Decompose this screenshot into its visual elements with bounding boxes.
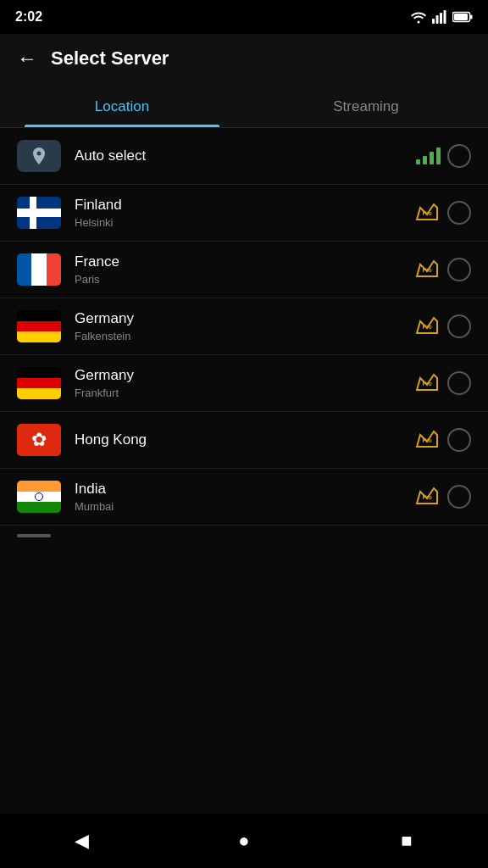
server-info-auto: Auto select	[75, 147, 416, 164]
server-actions-hongkong: Pro	[413, 428, 471, 452]
server-item-auto[interactable]: Auto select	[0, 128, 488, 185]
server-actions-germany-falkenstein: Pro	[413, 314, 471, 338]
server-city-finland: Helsinki	[75, 216, 413, 229]
status-time: 2:02	[15, 9, 42, 25]
pro-badge-france: Pro	[413, 258, 441, 281]
server-info-germany-frankfurt: Germany Frankfurt	[75, 367, 413, 399]
nav-home-button[interactable]: ●	[219, 824, 269, 858]
pro-badge-india: Pro	[413, 485, 441, 509]
server-info-hongkong: Hong Kong	[75, 431, 413, 448]
svg-rect-3	[444, 10, 446, 24]
status-icons	[410, 10, 473, 24]
server-name-germany-falkenstein: Germany	[75, 310, 413, 327]
server-info-germany-falkenstein: Germany Falkenstein	[75, 310, 413, 342]
server-item-germany-falkenstein[interactable]: Germany Falkenstein Pro	[0, 298, 488, 355]
wifi-icon	[410, 10, 427, 24]
flag-india	[17, 481, 61, 513]
server-list: Auto select Finland Helsinki Pro	[0, 128, 488, 526]
server-item-finland[interactable]: Finland Helsinki Pro	[0, 185, 488, 242]
server-item-india[interactable]: India Mumbai Pro	[0, 469, 488, 526]
nav-recent-button[interactable]: ■	[381, 824, 432, 858]
server-item-germany-frankfurt[interactable]: Germany Frankfurt Pro	[0, 355, 488, 412]
flag-finland	[17, 197, 61, 229]
flag-france	[17, 253, 61, 286]
pro-badge-germany-falkenstein: Pro	[413, 314, 441, 338]
header: ← Select Server	[0, 34, 488, 83]
server-name-germany-frankfurt: Germany	[75, 367, 413, 384]
server-city-france: Paris	[75, 273, 413, 286]
server-info-india: India Mumbai	[75, 481, 413, 513]
auto-select-icon	[17, 140, 61, 172]
tab-bar: Location Streaming	[0, 83, 488, 128]
battery-icon	[452, 11, 473, 23]
nav-bar: ◀ ● ■	[0, 814, 488, 868]
server-city-germany-frankfurt: Frankfurt	[75, 387, 413, 399]
server-actions-germany-frankfurt: Pro	[413, 371, 471, 395]
radio-auto[interactable]	[447, 144, 471, 168]
svg-rect-6	[470, 15, 473, 19]
back-button[interactable]: ←	[17, 48, 37, 69]
page-title: Select Server	[51, 47, 169, 70]
flag-germany-falkenstein	[17, 310, 61, 342]
svg-rect-0	[432, 19, 435, 24]
server-actions-auto	[416, 144, 471, 168]
radio-germany-frankfurt[interactable]	[447, 371, 471, 395]
server-name-india: India	[75, 481, 413, 498]
nav-back-button[interactable]: ◀	[56, 824, 107, 858]
flag-hongkong: ✿	[17, 424, 61, 456]
pro-badge-finland: Pro	[413, 201, 441, 225]
server-name-france: France	[75, 253, 413, 270]
flag-germany-frankfurt	[17, 367, 61, 399]
tab-streaming[interactable]: Streaming	[244, 83, 488, 127]
radio-france[interactable]	[447, 258, 471, 281]
server-city-germany-falkenstein: Falkenstein	[75, 330, 413, 342]
status-bar: 2:02	[0, 0, 488, 34]
radio-hongkong[interactable]	[447, 428, 471, 452]
server-actions-france: Pro	[413, 258, 471, 281]
server-name-hongkong: Hong Kong	[75, 431, 413, 448]
server-info-finland: Finland Helsinki	[75, 197, 413, 229]
scroll-indicator	[0, 526, 488, 541]
scroll-bar	[17, 534, 51, 537]
svg-rect-5	[454, 14, 468, 20]
tab-location[interactable]: Location	[0, 83, 244, 127]
ashoka-chakra	[35, 492, 43, 501]
server-city-india: Mumbai	[75, 500, 413, 513]
server-actions-finland: Pro	[413, 201, 471, 225]
radio-finland[interactable]	[447, 201, 471, 225]
svg-rect-2	[440, 13, 442, 24]
signal-icon	[432, 10, 447, 24]
radio-germany-falkenstein[interactable]	[447, 314, 471, 338]
pro-badge-hongkong: Pro	[413, 428, 441, 452]
server-name-finland: Finland	[75, 197, 413, 214]
radio-india[interactable]	[447, 485, 471, 509]
server-info-france: France Paris	[75, 253, 413, 286]
server-actions-india: Pro	[413, 485, 471, 509]
server-item-france[interactable]: France Paris Pro	[0, 242, 488, 298]
signal-bars-auto	[416, 147, 441, 164]
server-item-hongkong[interactable]: ✿ Hong Kong Pro	[0, 412, 488, 469]
server-name-auto: Auto select	[75, 147, 416, 164]
location-pin-icon	[29, 146, 49, 166]
svg-rect-1	[436, 15, 439, 24]
pro-badge-germany-frankfurt: Pro	[413, 371, 441, 395]
